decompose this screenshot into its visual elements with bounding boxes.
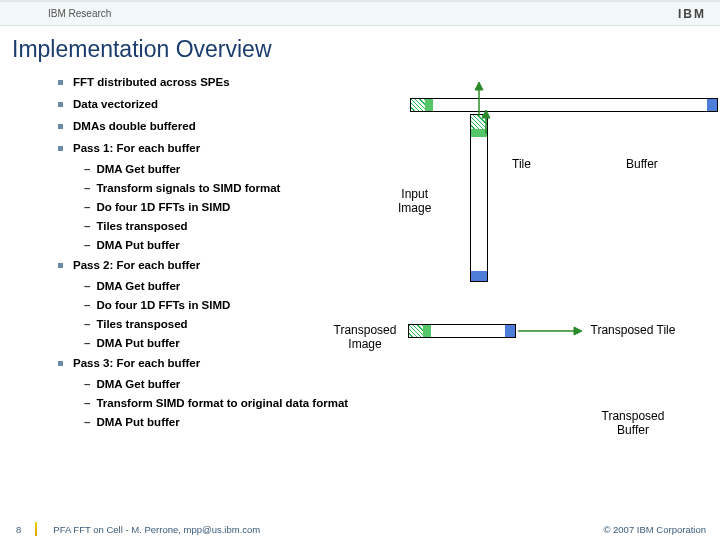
diagram: Tile Buffer Input Image Transposed Image… [370,80,710,500]
label-tile: Tile [512,158,531,172]
dash-icon: – [84,337,90,349]
dash-icon: – [84,280,90,292]
bullet-text: Data vectorized [73,98,158,110]
sub-bullet-text: DMA Get buffer [96,280,180,292]
ibm-logo: IBM [678,7,706,21]
bullet-square-icon [58,263,63,268]
transposed-row [408,324,516,338]
bullet-square-icon [58,361,63,366]
bullet-square-icon [58,80,63,85]
sub-bullet-text: Do four 1D FFTs in SIMD [96,201,230,213]
arrow-row-to-tile [516,323,586,339]
footer-copyright: © 2007 IBM Corporation [603,524,706,535]
sub-bullet-text: DMA Put buffer [96,239,179,251]
dash-icon: – [84,397,90,409]
dash-icon: – [84,299,90,311]
arrow-tile-to-buffer-2 [480,110,510,140]
bullet-text: Pass 1: For each buffer [73,142,200,154]
page-number: 8 [16,524,21,535]
label-transposed-buffer: Transposed Buffer [588,410,678,438]
header-bar: IBM Research IBM [0,0,720,26]
bullet-text: FFT distributed across SPEs [73,76,230,88]
dash-icon: – [84,201,90,213]
bullet-square-icon [58,146,63,151]
page-title: Implementation Overview [0,26,720,71]
bullet-square-icon [58,124,63,129]
sub-bullet-text: DMA Get buffer [96,378,180,390]
sub-bullet-text: Transform signals to SIMD format [96,182,280,194]
bullet-text: Pass 3: For each buffer [73,357,200,369]
footer: 8 PFA FFT on Cell - M. Perrone, mpp@us.i… [0,518,720,540]
bullet-text: DMAs double buffered [73,120,196,132]
dash-icon: – [84,378,90,390]
label-transposed-image: Transposed Image [324,324,406,352]
svg-marker-1 [475,82,483,90]
dash-icon: – [84,182,90,194]
sub-bullet-text: DMA Put buffer [96,337,179,349]
svg-marker-5 [574,327,582,335]
label-transposed-tile: Transposed Tile [588,324,678,338]
sub-bullet-text: DMA Put buffer [96,416,179,428]
dash-icon: – [84,318,90,330]
dash-icon: – [84,220,90,232]
dash-icon: – [84,416,90,428]
dash-icon: – [84,239,90,251]
dash-icon: – [84,163,90,175]
sub-bullet-text: Do four 1D FFTs in SIMD [96,299,230,311]
bullet-square-icon [58,102,63,107]
sub-bullet-text: Transform SIMD format to original data f… [96,397,348,409]
sub-bullet-text: Tiles transposed [96,220,187,232]
label-input-image: Input Image [398,188,431,216]
label-buffer: Buffer [626,158,658,172]
buffer-bar [410,98,718,112]
footer-text: PFA FFT on Cell - M. Perrone, mpp@us.ibm… [53,524,260,535]
svg-marker-3 [482,110,490,118]
header-research: IBM Research [48,8,111,19]
footer-divider [35,522,37,536]
bullet-text: Pass 2: For each buffer [73,259,200,271]
sub-bullet-text: DMA Get buffer [96,163,180,175]
sub-bullet-text: Tiles transposed [96,318,187,330]
